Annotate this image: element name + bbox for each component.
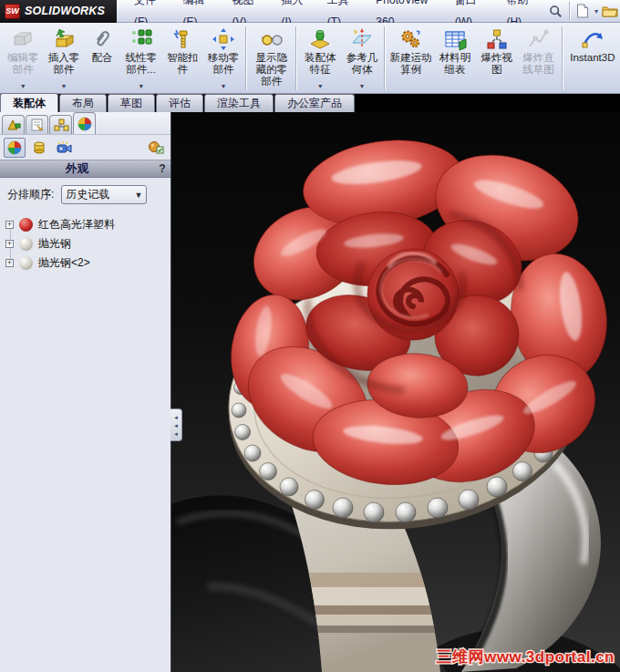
view-scene-lights-cameras-button[interactable] (53, 138, 75, 158)
flyout-caret-icon[interactable]: ▾ (140, 82, 143, 91)
property-manager-tab[interactable] (26, 115, 48, 134)
decal-icon (32, 140, 46, 155)
reference-geometry-button[interactable]: 参考几何体 ▾ (342, 25, 383, 92)
linear-pattern-icon (129, 27, 153, 51)
expand-icon[interactable]: + (5, 259, 14, 267)
assembly-features-icon (308, 27, 332, 51)
configuration-manager-icon (53, 118, 69, 132)
linear-component-pattern-button[interactable]: 线性零部件... ▾ (119, 25, 162, 92)
help-icon[interactable]: ? (154, 162, 170, 175)
appearances-sphere-icon (7, 140, 22, 155)
smart-fasteners-icon (170, 27, 194, 51)
tab-sketch[interactable]: 草图 (108, 94, 155, 112)
search-icon[interactable] (546, 1, 566, 21)
new-document-icon[interactable] (573, 1, 593, 21)
smart-fasteners-button[interactable]: 智能扣件 (162, 25, 203, 92)
reference-geometry-icon (350, 27, 374, 51)
show-hidden-components-button[interactable]: 显示隐藏的零部件 (249, 25, 294, 92)
divider (569, 2, 570, 20)
toolbar-separator (562, 26, 563, 90)
quick-access-toolbar: ▾ (546, 0, 620, 22)
tree-item-red-plastic[interactable]: + 红色高光泽塑料 (0, 215, 170, 234)
move-component-icon (212, 27, 235, 51)
scene-lights-camera-icon (56, 140, 72, 155)
tab-evaluate[interactable]: 评估 (156, 94, 203, 112)
tab-render-tools[interactable]: 渲染工具 (204, 94, 274, 112)
display-settings-icon (149, 140, 164, 154)
tree-item-polished-steel[interactable]: + 抛光钢 (0, 234, 170, 253)
watermark-text: 三维网www.3dportal.cn (437, 648, 615, 666)
display-manager-tab[interactable] (73, 112, 96, 134)
mate-icon (90, 27, 114, 51)
panel-collapse-handle[interactable]: ◂ ◂ ◂ (170, 408, 182, 441)
material-sphere-icon (19, 218, 33, 232)
insert-component-button[interactable]: 插入零部件 ▾ (44, 25, 85, 92)
app-logo: SW SOLIDWORKS (0, 0, 117, 23)
panel-title: 外观 (0, 161, 154, 177)
panel-manager-tabs (0, 112, 170, 135)
exploded-view-button[interactable]: 爆炸视图 (476, 25, 517, 92)
property-manager-icon (29, 118, 46, 132)
solidworks-cube-icon: SW (5, 4, 20, 19)
sort-order-dropdown[interactable]: 历史记载 ▼ (61, 185, 147, 204)
explode-line-sketch-icon (526, 27, 550, 51)
sort-order-row: 分排顺序: 历史记载 ▼ (0, 178, 170, 210)
show-hidden-components-icon (260, 27, 284, 51)
exploded-view-icon (485, 27, 509, 51)
flyout-caret-icon[interactable]: ▾ (21, 82, 25, 91)
mate-button[interactable]: 配合 (84, 25, 119, 92)
flyout-caret-icon[interactable]: ▾ (62, 82, 66, 91)
display-manager-toolbar (0, 135, 170, 160)
flyout-caret-icon[interactable]: ▾ (318, 82, 322, 91)
expand-icon[interactable]: + (5, 240, 14, 248)
appearance-tree: + 红色高光泽塑料 + 抛光钢 + 抛光钢<2> (0, 210, 170, 273)
toolbar-separator (384, 26, 386, 90)
command-manager-toolbar: 编辑零部件 ▾ 插入零部件 ▾ 配合 线性零部件... ▾ 智能扣件 移动零部件… (0, 23, 620, 94)
display-manager-panel: 外观 ? 分排顺序: 历史记载 ▼ + 红色高光泽塑料 + 抛光钢 + (0, 112, 171, 672)
new-motion-study-button[interactable]: 新建运动算例 (388, 25, 434, 92)
instant3d-button[interactable]: Instant3D (565, 25, 620, 92)
explode-line-sketch-button[interactable]: 爆炸直线草图 (517, 25, 560, 92)
toolbar-separator (245, 26, 247, 90)
collapse-arrow-icon: ◂ (174, 414, 178, 420)
new-document-caret-icon[interactable]: ▾ (593, 7, 600, 16)
new-motion-study-icon (398, 27, 422, 51)
view-appearances-button[interactable] (4, 138, 26, 158)
collapse-arrow-icon: ◂ (174, 430, 178, 437)
open-folder-icon[interactable] (600, 1, 620, 21)
menu-items: 文件(F) 编辑(E) 视图(V) 插入(I) 工具(T) PhotoView … (117, 0, 546, 22)
material-sphere-icon (19, 256, 33, 270)
expand-icon[interactable]: + (5, 221, 14, 229)
display-settings-button[interactable] (145, 138, 167, 158)
tab-office-products[interactable]: 办公室产品 (274, 94, 355, 112)
sort-order-label: 分排顺序: (7, 187, 54, 202)
view-decals-button[interactable] (28, 138, 50, 158)
sort-order-value: 历史记载 (66, 187, 134, 202)
instant3d-icon (581, 27, 604, 51)
ring-render: 三维网www.3dportal.cn (171, 112, 620, 672)
configuration-manager-tab[interactable] (49, 115, 72, 134)
tab-assembly[interactable]: 装配体 (0, 93, 58, 112)
menu-bar: SW SOLIDWORKS 文件(F) 编辑(E) 视图(V) 插入(I) 工具… (0, 0, 620, 23)
panel-title-bar: 外观 ? (0, 160, 170, 178)
flyout-caret-icon[interactable]: ▾ (222, 82, 225, 91)
app-title: SOLIDWORKS (25, 5, 105, 17)
move-component-button[interactable]: 移动零部件 ▾ (203, 25, 244, 92)
assembly-features-button[interactable]: 装配体特征 ▾ (299, 25, 342, 92)
edit-component-icon (11, 27, 35, 51)
chevron-down-icon: ▼ (134, 191, 142, 200)
graphics-viewport[interactable]: 三维网www.3dportal.cn (171, 112, 620, 672)
material-sphere-icon (19, 237, 33, 251)
flyout-caret-icon[interactable]: ▾ (360, 82, 364, 91)
tab-layout[interactable]: 布局 (59, 94, 107, 112)
command-manager-tabs: 装配体 布局 草图 评估 渲染工具 办公室产品 (0, 94, 620, 112)
solidworks-window: SW SOLIDWORKS 文件(F) 编辑(E) 视图(V) 插入(I) 工具… (0, 0, 620, 672)
tree-item-polished-steel-2[interactable]: + 抛光钢<2> (0, 253, 170, 273)
feature-manager-icon (5, 118, 22, 132)
bill-of-materials-icon (443, 27, 467, 51)
collapse-arrow-icon: ◂ (174, 422, 178, 429)
bill-of-materials-button[interactable]: 材料明细表 (434, 25, 477, 92)
feature-manager-tab[interactable] (2, 115, 25, 134)
edit-component-button[interactable]: 编辑零部件 ▾ (3, 25, 44, 92)
insert-component-icon (52, 27, 76, 51)
